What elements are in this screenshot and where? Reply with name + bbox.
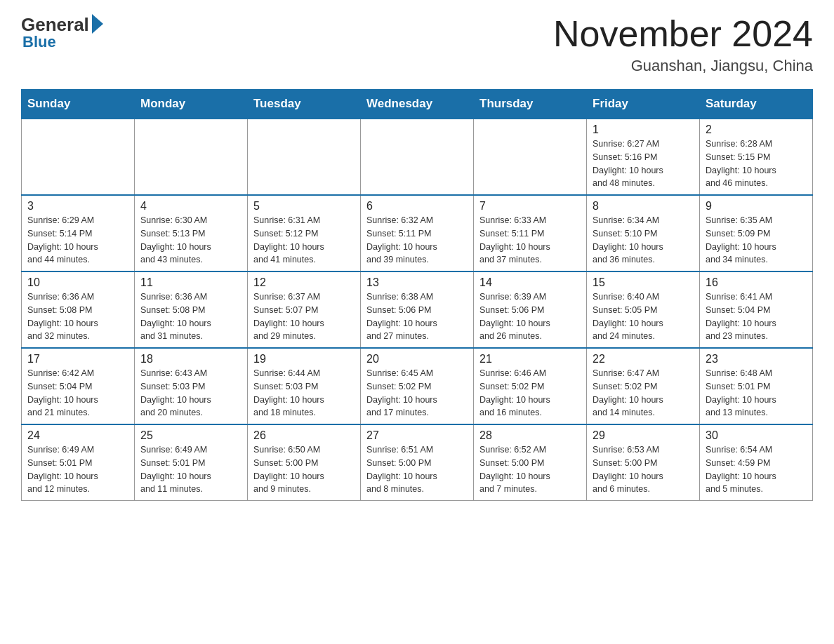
calendar-cell: 17Sunrise: 6:42 AM Sunset: 5:04 PM Dayli… xyxy=(22,348,135,424)
calendar-cell: 16Sunrise: 6:41 AM Sunset: 5:04 PM Dayli… xyxy=(700,271,813,348)
day-number: 20 xyxy=(366,353,468,365)
title-block: November 2024 Guanshan, Jiangsu, China xyxy=(553,14,813,75)
calendar-cell: 28Sunrise: 6:52 AM Sunset: 5:00 PM Dayli… xyxy=(474,424,587,501)
day-info: Sunrise: 6:37 AM Sunset: 5:07 PM Dayligh… xyxy=(253,290,355,343)
day-number: 21 xyxy=(479,353,581,365)
day-number: 29 xyxy=(593,429,694,442)
day-number: 22 xyxy=(593,353,694,365)
day-info: Sunrise: 6:52 AM Sunset: 5:00 PM Dayligh… xyxy=(479,443,581,496)
calendar-cell: 22Sunrise: 6:47 AM Sunset: 5:02 PM Dayli… xyxy=(587,348,700,424)
calendar-cell: 4Sunrise: 6:30 AM Sunset: 5:13 PM Daylig… xyxy=(135,195,248,271)
calendar-cell: 14Sunrise: 6:39 AM Sunset: 5:06 PM Dayli… xyxy=(474,271,587,348)
calendar-cell: 11Sunrise: 6:36 AM Sunset: 5:08 PM Dayli… xyxy=(135,271,248,348)
week-row-2: 3Sunrise: 6:29 AM Sunset: 5:14 PM Daylig… xyxy=(22,195,813,271)
day-number: 9 xyxy=(706,200,807,213)
day-number: 30 xyxy=(706,429,807,442)
day-number: 25 xyxy=(140,429,241,442)
day-info: Sunrise: 6:42 AM Sunset: 5:04 PM Dayligh… xyxy=(27,367,128,420)
day-info: Sunrise: 6:35 AM Sunset: 5:09 PM Dayligh… xyxy=(706,214,807,267)
day-info: Sunrise: 6:43 AM Sunset: 5:03 PM Dayligh… xyxy=(140,367,241,420)
day-number: 10 xyxy=(27,276,128,289)
day-info: Sunrise: 6:36 AM Sunset: 5:08 PM Dayligh… xyxy=(140,290,241,343)
location-title: Guanshan, Jiangsu, China xyxy=(553,57,813,75)
month-title: November 2024 xyxy=(553,14,813,54)
day-info: Sunrise: 6:51 AM Sunset: 5:00 PM Dayligh… xyxy=(366,443,468,496)
day-number: 19 xyxy=(253,353,355,365)
day-info: Sunrise: 6:49 AM Sunset: 5:01 PM Dayligh… xyxy=(27,443,128,496)
calendar-cell xyxy=(361,119,474,195)
calendar-cell: 24Sunrise: 6:49 AM Sunset: 5:01 PM Dayli… xyxy=(22,424,135,501)
day-info: Sunrise: 6:30 AM Sunset: 5:13 PM Dayligh… xyxy=(140,214,241,267)
calendar-cell: 3Sunrise: 6:29 AM Sunset: 5:14 PM Daylig… xyxy=(22,195,135,271)
day-info: Sunrise: 6:39 AM Sunset: 5:06 PM Dayligh… xyxy=(479,290,581,343)
day-number: 24 xyxy=(27,429,128,442)
day-number: 28 xyxy=(479,429,581,442)
day-info: Sunrise: 6:27 AM Sunset: 5:16 PM Dayligh… xyxy=(593,137,694,190)
day-info: Sunrise: 6:33 AM Sunset: 5:11 PM Dayligh… xyxy=(479,214,581,267)
day-number: 15 xyxy=(593,276,694,289)
column-header-saturday: Saturday xyxy=(700,90,813,119)
day-number: 6 xyxy=(366,200,468,213)
calendar-cell: 30Sunrise: 6:54 AM Sunset: 4:59 PM Dayli… xyxy=(700,424,813,501)
calendar-cell: 6Sunrise: 6:32 AM Sunset: 5:11 PM Daylig… xyxy=(361,195,474,271)
day-number: 27 xyxy=(366,429,468,442)
day-info: Sunrise: 6:28 AM Sunset: 5:15 PM Dayligh… xyxy=(706,137,807,190)
day-number: 2 xyxy=(706,123,807,136)
calendar-cell xyxy=(22,119,135,195)
day-info: Sunrise: 6:48 AM Sunset: 5:01 PM Dayligh… xyxy=(706,367,807,420)
day-info: Sunrise: 6:45 AM Sunset: 5:02 PM Dayligh… xyxy=(366,367,468,420)
day-number: 14 xyxy=(479,276,581,289)
column-header-sunday: Sunday xyxy=(22,90,135,119)
column-header-wednesday: Wednesday xyxy=(361,90,474,119)
day-info: Sunrise: 6:34 AM Sunset: 5:10 PM Dayligh… xyxy=(593,214,694,267)
day-number: 26 xyxy=(253,429,355,442)
day-number: 7 xyxy=(479,200,581,213)
calendar-cell: 29Sunrise: 6:53 AM Sunset: 5:00 PM Dayli… xyxy=(587,424,700,501)
calendar-cell: 18Sunrise: 6:43 AM Sunset: 5:03 PM Dayli… xyxy=(135,348,248,424)
week-row-5: 24Sunrise: 6:49 AM Sunset: 5:01 PM Dayli… xyxy=(22,424,813,501)
day-info: Sunrise: 6:46 AM Sunset: 5:02 PM Dayligh… xyxy=(479,367,581,420)
calendar-cell: 20Sunrise: 6:45 AM Sunset: 5:02 PM Dayli… xyxy=(361,348,474,424)
calendar-header-row: SundayMondayTuesdayWednesdayThursdayFrid… xyxy=(22,90,813,119)
day-number: 23 xyxy=(706,353,807,365)
calendar-cell xyxy=(135,119,248,195)
day-info: Sunrise: 6:29 AM Sunset: 5:14 PM Dayligh… xyxy=(27,214,128,267)
day-info: Sunrise: 6:32 AM Sunset: 5:11 PM Dayligh… xyxy=(366,214,468,267)
day-info: Sunrise: 6:38 AM Sunset: 5:06 PM Dayligh… xyxy=(366,290,468,343)
day-info: Sunrise: 6:54 AM Sunset: 4:59 PM Dayligh… xyxy=(706,443,807,496)
calendar-cell: 21Sunrise: 6:46 AM Sunset: 5:02 PM Dayli… xyxy=(474,348,587,424)
day-info: Sunrise: 6:50 AM Sunset: 5:00 PM Dayligh… xyxy=(253,443,355,496)
calendar-cell: 5Sunrise: 6:31 AM Sunset: 5:12 PM Daylig… xyxy=(248,195,361,271)
day-info: Sunrise: 6:53 AM Sunset: 5:00 PM Dayligh… xyxy=(593,443,694,496)
week-row-4: 17Sunrise: 6:42 AM Sunset: 5:04 PM Dayli… xyxy=(22,348,813,424)
day-number: 4 xyxy=(140,200,241,213)
calendar-cell xyxy=(474,119,587,195)
calendar-cell: 25Sunrise: 6:49 AM Sunset: 5:01 PM Dayli… xyxy=(135,424,248,501)
day-info: Sunrise: 6:44 AM Sunset: 5:03 PM Dayligh… xyxy=(253,367,355,420)
calendar-cell: 2Sunrise: 6:28 AM Sunset: 5:15 PM Daylig… xyxy=(700,119,813,195)
calendar-cell: 26Sunrise: 6:50 AM Sunset: 5:00 PM Dayli… xyxy=(248,424,361,501)
calendar-cell: 8Sunrise: 6:34 AM Sunset: 5:10 PM Daylig… xyxy=(587,195,700,271)
day-number: 1 xyxy=(593,123,694,136)
day-info: Sunrise: 6:49 AM Sunset: 5:01 PM Dayligh… xyxy=(140,443,241,496)
calendar-cell: 7Sunrise: 6:33 AM Sunset: 5:11 PM Daylig… xyxy=(474,195,587,271)
day-number: 11 xyxy=(140,276,241,289)
logo-blue-text: Blue xyxy=(22,33,56,51)
calendar-cell: 15Sunrise: 6:40 AM Sunset: 5:05 PM Dayli… xyxy=(587,271,700,348)
calendar-cell: 12Sunrise: 6:37 AM Sunset: 5:07 PM Dayli… xyxy=(248,271,361,348)
day-number: 17 xyxy=(27,353,128,365)
day-number: 5 xyxy=(253,200,355,213)
logo: General Blue xyxy=(21,14,103,51)
day-number: 3 xyxy=(27,200,128,213)
calendar-cell: 13Sunrise: 6:38 AM Sunset: 5:06 PM Dayli… xyxy=(361,271,474,348)
calendar-cell xyxy=(248,119,361,195)
day-info: Sunrise: 6:31 AM Sunset: 5:12 PM Dayligh… xyxy=(253,214,355,267)
day-number: 16 xyxy=(706,276,807,289)
day-info: Sunrise: 6:47 AM Sunset: 5:02 PM Dayligh… xyxy=(593,367,694,420)
day-info: Sunrise: 6:40 AM Sunset: 5:05 PM Dayligh… xyxy=(593,290,694,343)
calendar-cell: 23Sunrise: 6:48 AM Sunset: 5:01 PM Dayli… xyxy=(700,348,813,424)
page-header: General Blue November 2024 Guanshan, Jia… xyxy=(21,14,813,75)
day-number: 18 xyxy=(140,353,241,365)
day-number: 12 xyxy=(253,276,355,289)
calendar-cell: 27Sunrise: 6:51 AM Sunset: 5:00 PM Dayli… xyxy=(361,424,474,501)
